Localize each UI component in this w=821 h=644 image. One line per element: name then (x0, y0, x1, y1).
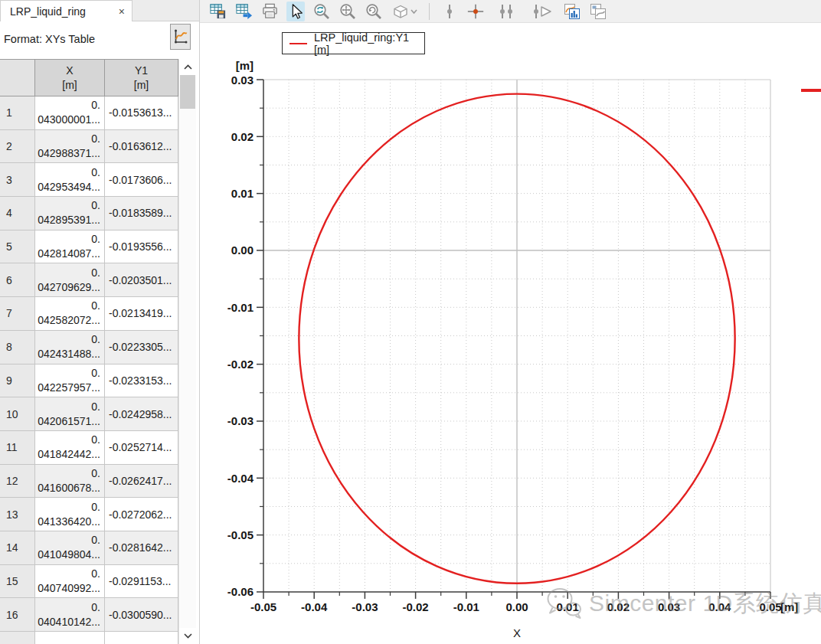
y1-value-cell[interactable]: -0.0300590... (105, 598, 178, 632)
x-value-cell[interactable]: 0.042431488... (35, 331, 105, 364)
marker-single-icon[interactable] (440, 2, 459, 21)
row-number-cell[interactable]: 1 (0, 96, 35, 130)
table-row[interactable]: 0. (0, 632, 178, 644)
marker-crosshair-icon[interactable] (466, 2, 485, 21)
save-table-icon[interactable] (208, 2, 227, 21)
header-corner-cell (0, 60, 35, 96)
table-row[interactable]: 60.042709629...-0.0203501... (0, 263, 178, 297)
row-number-cell[interactable]: 14 (0, 531, 35, 565)
row-number-cell[interactable]: 9 (0, 364, 35, 398)
row-number-cell[interactable]: 11 (0, 431, 35, 465)
x-value-cell[interactable]: 0.040740992... (35, 565, 105, 599)
y1-value-cell[interactable]: -0.0291153... (105, 565, 178, 599)
x-value-cell[interactable]: 0.041842442... (35, 431, 105, 465)
table-row[interactable]: 130.041336420...-0.0272062... (0, 498, 178, 531)
row-number-cell[interactable]: 6 (0, 263, 35, 297)
table-row[interactable]: 30.042953494...-0.0173606... (0, 163, 178, 197)
marker-double-icon[interactable] (492, 2, 520, 21)
y1-value-cell[interactable]: -0.0252714... (105, 431, 178, 465)
xy-plot[interactable]: 0.030.020.010.00-0.01-0.02-0.03-0.04-0.0… (200, 23, 821, 644)
y1-value-cell[interactable]: -0.0153613... (105, 96, 178, 130)
table-row[interactable]: 80.042431488...-0.0223305... (0, 331, 178, 364)
table-row[interactable]: 40.042895391...-0.0183589... (0, 197, 178, 230)
svg-text:0.02: 0.02 (607, 600, 630, 613)
table-scrollbar[interactable] (178, 59, 196, 644)
view-3d-dropdown-icon[interactable] (391, 2, 418, 21)
table-row[interactable]: 160.040410142...-0.0300590... (0, 598, 178, 632)
y1-value-cell[interactable]: -0.0213419... (105, 297, 178, 331)
table-row[interactable]: 20.042988371...-0.0163612... (0, 130, 178, 164)
row-number-cell[interactable]: 2 (0, 130, 35, 164)
row-number-cell[interactable]: 15 (0, 565, 35, 599)
y1-value-cell[interactable]: -0.0262417... (105, 465, 178, 499)
scrollbar-thumb[interactable] (180, 75, 195, 109)
x-value-cell[interactable]: 0.041049804... (35, 531, 105, 565)
y1-value-cell[interactable]: -0.0193556... (105, 230, 178, 264)
svg-text:-0.03: -0.03 (227, 414, 253, 427)
table-row[interactable]: 140.041049804...-0.0281642... (0, 531, 178, 565)
y1-value-cell[interactable]: -0.0233153... (105, 364, 178, 398)
y1-value-cell[interactable]: -0.0163612... (105, 130, 178, 164)
x-value-cell[interactable]: 0.042814087... (35, 230, 105, 264)
y1-value-cell[interactable] (105, 632, 178, 644)
x-value-cell[interactable]: 0.042061571... (35, 397, 105, 431)
zoom-previous-icon[interactable] (365, 2, 383, 21)
table-row[interactable]: 50.042814087...-0.0193556... (0, 230, 178, 264)
tab-close-icon[interactable]: × (113, 5, 125, 18)
zoom-dynamic-icon[interactable] (312, 2, 331, 21)
x-value-cell[interactable]: 0.042709629... (35, 263, 105, 297)
y1-value-cell[interactable]: -0.0173606... (105, 163, 178, 197)
table-row[interactable]: 10.043000001...-0.0153613... (0, 96, 178, 130)
row-number-cell[interactable]: 16 (0, 598, 35, 632)
row-number-cell[interactable]: 4 (0, 197, 35, 230)
y1-value-cell[interactable]: -0.0272062... (105, 498, 178, 531)
svg-text:-0.02: -0.02 (227, 358, 253, 371)
print-icon[interactable] (260, 2, 279, 21)
x-value-cell[interactable]: 0.041336420... (35, 498, 105, 531)
row-number-cell[interactable]: 10 (0, 397, 35, 431)
x-value-cell[interactable]: 0.043000001... (35, 96, 105, 130)
table-row[interactable]: 70.042582072...-0.0213419... (0, 297, 178, 331)
svg-text:0.03: 0.03 (231, 74, 253, 87)
x-value-cell[interactable]: 0. (35, 632, 105, 644)
table-row[interactable]: 150.040740992...-0.0291153... (0, 565, 178, 599)
switch-to-plot-button[interactable] (170, 24, 191, 50)
row-number-cell[interactable]: 13 (0, 498, 35, 531)
row-number-cell[interactable]: 7 (0, 297, 35, 331)
row-number-cell[interactable]: 3 (0, 163, 35, 197)
scroll-up-icon[interactable] (179, 59, 196, 75)
table-row[interactable]: 110.041842442...-0.0252714... (0, 431, 178, 465)
select-cursor-icon[interactable] (286, 2, 305, 21)
y1-value-cell[interactable]: -0.0203501... (105, 263, 178, 297)
tab-lrp-liquid-ring[interactable]: LRP_liquid_ring × (0, 0, 132, 21)
overlay-plots-icon[interactable] (563, 2, 581, 21)
x-value-cell[interactable]: 0.042257957... (35, 364, 105, 398)
y1-value-cell[interactable]: -0.0183589... (105, 197, 178, 230)
scroll-down-icon[interactable] (179, 628, 196, 644)
x-value-cell[interactable]: 0.042895391... (35, 197, 105, 230)
x-value-cell[interactable]: 0.042582072... (35, 297, 105, 331)
legend-label: LRP_liquid_ring:Y1 [m] (314, 31, 417, 56)
y1-value-cell[interactable]: -0.0281642... (105, 531, 178, 565)
zoom-fit-icon[interactable] (339, 2, 357, 21)
table-row[interactable]: 100.042061571...-0.0242958... (0, 397, 178, 431)
table-row[interactable]: 90.042257957...-0.0233153... (0, 364, 178, 398)
table-row[interactable]: 120.041600678...-0.0262417... (0, 465, 178, 499)
y1-value-cell[interactable]: -0.0242958... (105, 397, 178, 431)
row-number-cell[interactable]: 12 (0, 465, 35, 499)
header-y1-column[interactable]: Y1 [m] (105, 60, 178, 96)
row-number-cell[interactable]: 5 (0, 230, 35, 264)
row-number-cell[interactable] (0, 632, 35, 644)
x-value-cell[interactable]: 0.041600678... (35, 465, 105, 499)
export-table-icon[interactable] (234, 2, 253, 21)
copy-plot-icon[interactable] (589, 2, 607, 21)
x-value-cell[interactable]: 0.042953494... (35, 163, 105, 197)
x-value-cell[interactable]: 0.040410142... (35, 598, 105, 632)
header-x-column[interactable]: X [m] (35, 60, 105, 96)
y1-value-cell[interactable]: -0.0223305... (105, 331, 178, 364)
row-number-cell[interactable]: 8 (0, 331, 35, 364)
plot-panel[interactable]: 0.030.020.010.00-0.01-0.02-0.03-0.04-0.0… (200, 23, 821, 644)
x-value-cell[interactable]: 0.042988371... (35, 130, 105, 164)
plot-legend[interactable]: LRP_liquid_ring:Y1 [m] (282, 32, 425, 54)
marker-play-icon[interactable] (528, 2, 555, 21)
